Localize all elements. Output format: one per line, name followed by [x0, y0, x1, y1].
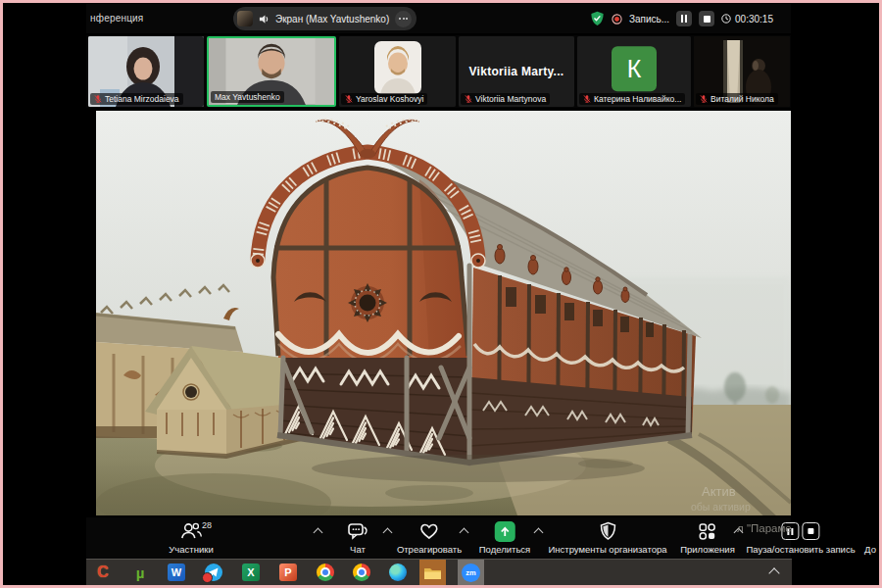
participant-label: Катерина Наливайко... [579, 93, 685, 105]
telegram-badge [202, 572, 213, 583]
mic-off-icon [94, 94, 102, 104]
participant-label: Yaroslav Koshovyi [341, 93, 427, 105]
trypillian-house-scene [96, 111, 791, 515]
mic-off-icon [465, 94, 472, 104]
participant-tile-max[interactable]: Max Yavtushenko [207, 36, 336, 107]
participants-icon [179, 521, 203, 541]
host-tools-shield-icon [598, 521, 617, 541]
share-more-button[interactable] [395, 11, 412, 27]
share-source-label: Экран (Max Yavtushenko) [275, 14, 389, 24]
taskbar-explorer-icon[interactable] [419, 560, 446, 586]
participant-tile-vitaliy[interactable]: Виталий Никола [694, 36, 790, 107]
taskbar-utorrent-icon[interactable]: µ [130, 563, 150, 582]
participants-count: 28 [202, 520, 212, 530]
clock-icon [721, 14, 731, 24]
stop-record-icon [803, 522, 820, 540]
windows-activation-watermark-line2: обы активир [691, 501, 751, 513]
yaroslav-photo [374, 41, 421, 94]
share-screen-button[interactable]: Поделиться [479, 520, 530, 555]
participants-chevron-icon[interactable] [314, 528, 323, 538]
participant-tile-yaroslav[interactable]: Yaroslav Koshovyi [339, 36, 456, 107]
chat-chevron-icon[interactable] [383, 528, 393, 538]
security-shield-icon[interactable] [590, 11, 605, 26]
participant-label: Viktoriia Martynova [461, 93, 550, 105]
participant-tile-tetiana[interactable]: Tetiana Mirzodaieva [88, 36, 204, 107]
pause-recording-button[interactable] [676, 11, 692, 26]
chat-icon [346, 521, 369, 541]
zoom-meeting-window: нференция Экран (Max Yavtushenko) Запись… [0, 0, 882, 588]
taskbar-zoom-icon[interactable]: zm [458, 560, 484, 586]
taskbar-edge-icon[interactable] [388, 563, 408, 582]
taskbar-chrome-icon[interactable] [316, 563, 335, 582]
apps-icon [698, 521, 718, 541]
taskbar-word-icon[interactable]: W [167, 563, 186, 582]
meeting-title: нференция [90, 13, 144, 24]
participant-label: Tetiana Mirzodaieva [90, 93, 183, 105]
windows-activation-watermark-line3: л "Параме [737, 522, 792, 534]
taskbar-chrome2-icon[interactable] [352, 563, 371, 582]
apps-button[interactable]: Приложения [680, 520, 735, 555]
recording-label: Запись... [629, 14, 669, 24]
participant-label: Max Yavtushenko [211, 91, 284, 103]
mic-off-icon [345, 94, 353, 104]
heart-icon [418, 521, 440, 541]
participant-tile-viktoriia[interactable]: Viktoriia Marty... Viktoriia Martynova [459, 36, 574, 107]
taskbar-powerpoint-icon[interactable]: P [278, 563, 298, 582]
windows-taskbar: C µ W X P [86, 559, 792, 585]
participant-strip: Tetiana Mirzodaieva Max Yavtushenko [86, 35, 791, 108]
screen-share-pill[interactable]: Экран (Max Yavtushenko) [233, 7, 416, 30]
chat-button[interactable]: Чат [346, 520, 369, 555]
windows-activation-watermark-line1: Актив [702, 484, 736, 499]
meeting-toolbar: 28 Участники Чат Отреаги [86, 517, 791, 559]
record-indicator-icon [612, 14, 622, 24]
taskbar-telegram-icon[interactable] [204, 563, 223, 582]
whiteboard-button-cut[interactable]: До [864, 520, 876, 555]
participants-button[interactable]: 28 Участники [169, 520, 213, 555]
share-chevron-icon[interactable] [534, 528, 544, 538]
tray-expand-chevron-icon[interactable] [768, 567, 779, 578]
meeting-timer: 00:30:15 [721, 14, 773, 24]
speaker-icon [259, 14, 270, 24]
stop-recording-button[interactable] [699, 11, 714, 26]
initial-avatar: К [612, 46, 657, 91]
shared-screen-content [96, 111, 791, 515]
recording-cluster: Запись... 00:30:15 [590, 7, 773, 30]
taskbar-excel-icon[interactable]: X [241, 563, 261, 582]
host-tools-button[interactable]: Инструменты организатора [548, 520, 666, 555]
sharer-avatar [237, 11, 253, 26]
react-button[interactable]: Отреагировать [397, 520, 462, 555]
mic-off-icon [583, 94, 591, 104]
meeting-topbar: нференция Экран (Max Yavtushenko) Запись… [86, 4, 791, 33]
share-icon [495, 521, 515, 542]
mic-off-icon [700, 94, 708, 104]
participant-label: Виталий Никола [696, 93, 778, 105]
participant-tile-katerina[interactable]: К Катерина Наливайко... [577, 36, 691, 107]
taskbar-ccleaner-icon[interactable]: C [93, 563, 113, 582]
